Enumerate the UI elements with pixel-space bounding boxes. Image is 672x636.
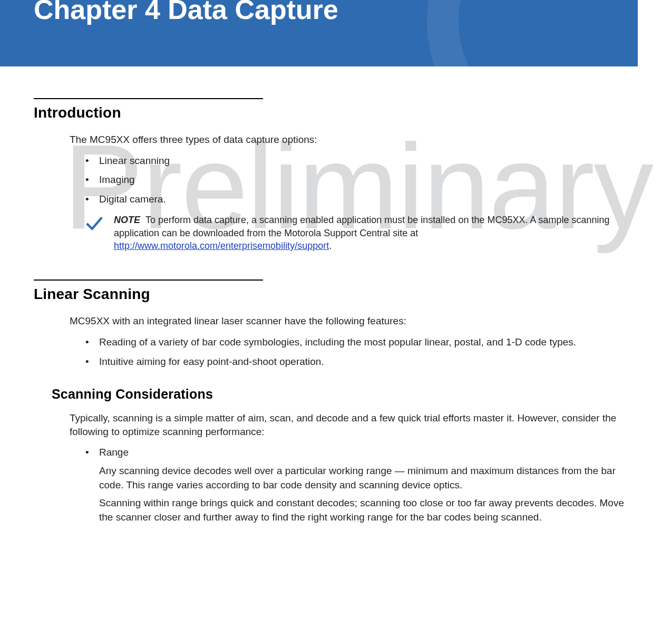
note-block: NOTETo perform data capture, a scanning … [85,214,638,252]
checkmark-icon [85,215,103,233]
list-item: Reading of a variety of bar code symbolo… [85,335,638,350]
list-item: Imaging [85,173,638,187]
linear-bullet-list: Reading of a variety of bar code symbolo… [85,335,638,369]
list-item: Digital camera. [85,192,638,207]
note-body: NOTETo perform data capture, a scanning … [114,214,638,252]
note-label: NOTE [114,215,140,225]
subsection-heading-scanning-considerations: Scanning Considerations [52,387,638,402]
range-paragraph: Any scanning device decodes well over a … [99,464,638,492]
intro-bullet-list: Linear scanning Imaging Digital camera. [85,154,638,207]
considerations-bullet-list: Range Any scanning device decodes well o… [85,446,638,524]
considerations-lead-text: Typically, scanning is a simple matter o… [70,411,638,438]
banner-decoration [427,0,638,66]
section-rule [34,280,263,281]
chapter-banner: Chapter 4 Data Capture [0,0,638,66]
intro-lead-text: The MC95XX offers three types of data ca… [70,133,638,147]
range-paragraph: Scanning within range brings quick and c… [99,496,638,524]
note-text: To perform data capture, a scanning enab… [114,215,610,238]
list-item: Intuitive aiming for easy point-and-shoo… [85,355,638,369]
chapter-title: Chapter 4 Data Capture [34,0,338,25]
range-label: Range [99,447,129,458]
note-text-suffix: . [329,240,332,251]
support-link[interactable]: http://www.motorola.com/enterprisemobili… [114,240,329,251]
section-heading-linear-scanning: Linear Scanning [34,286,638,303]
list-item: Linear scanning [85,154,638,168]
section-heading-introduction: Introduction [34,104,638,121]
linear-lead-text: MC95XX with an integrated linear laser s… [70,314,638,328]
list-item: Range Any scanning device decodes well o… [85,446,638,524]
section-rule [34,98,263,99]
